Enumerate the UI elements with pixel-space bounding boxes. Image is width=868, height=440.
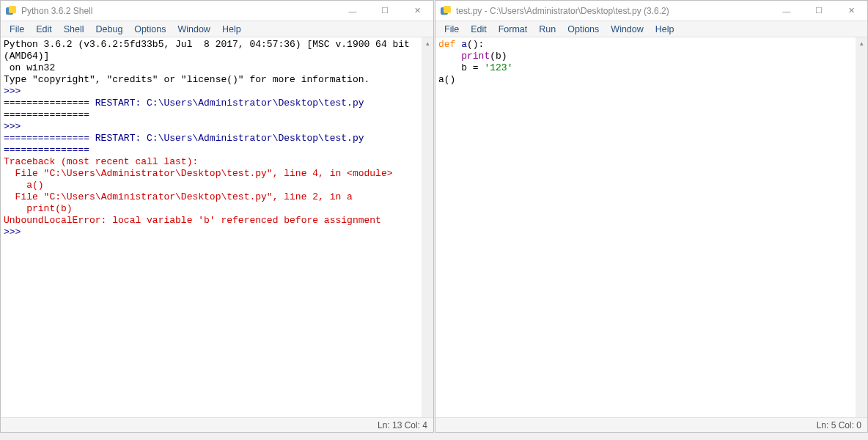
statusbar: Ln: 5 Col: 0 — [435, 417, 867, 432]
cursor-position: Ln: 13 Col: 4 — [378, 420, 427, 430]
scroll-up-icon[interactable]: ▴ — [856, 37, 867, 49]
menu-item-shell[interactable]: Shell — [58, 24, 90, 34]
python-shell-window: Python 3.6.2 Shell — ☐ ✕ FileEditShellDe… — [0, 0, 434, 433]
string-literal: '123' — [484, 62, 512, 73]
window-title: Python 3.6.2 Shell — [21, 6, 336, 16]
shell-line: on win32 — [4, 62, 430, 74]
shell-line: >>> — [4, 121, 430, 133]
menu-item-window[interactable]: Window — [172, 24, 216, 34]
python-icon — [440, 5, 452, 17]
menu-item-window[interactable]: Window — [605, 24, 649, 34]
shell-line: =============== RESTART: C:\Users\Admini… — [4, 133, 430, 156]
close-button[interactable]: ✕ — [401, 1, 433, 21]
shell-line: >>> — [4, 227, 430, 238]
svg-rect-3 — [444, 6, 451, 13]
menu-item-format[interactable]: Format — [493, 24, 534, 34]
function-name: a — [455, 39, 467, 50]
shell-content[interactable]: Python 3.6.2 (v3.6.2:5fd33b5, Jul 8 2017… — [1, 37, 433, 417]
menu-item-edit[interactable]: Edit — [30, 24, 58, 34]
maximize-button[interactable]: ☐ — [803, 1, 835, 21]
menu-item-run[interactable]: Run — [533, 24, 562, 34]
menu-item-help[interactable]: Help — [650, 24, 680, 34]
close-button[interactable]: ✕ — [835, 1, 867, 21]
scroll-up-icon[interactable]: ▴ — [422, 37, 433, 49]
minimize-button[interactable]: — — [770, 1, 803, 21]
shell-line: print(b) — [4, 203, 430, 215]
cursor-position: Ln: 5 Col: 0 — [817, 420, 861, 430]
python-icon — [5, 5, 17, 17]
menu-item-debug[interactable]: Debug — [90, 24, 129, 34]
shell-line: File "C:\Users\Administrator\Desktop\tes… — [4, 168, 430, 180]
minimize-button[interactable]: — — [336, 1, 369, 21]
code-text — [438, 51, 461, 62]
titlebar[interactable]: test.py - C:\Users\Administrator\Desktop… — [435, 1, 867, 21]
maximize-button[interactable]: ☐ — [369, 1, 401, 21]
code-text: (): — [467, 39, 484, 50]
menu-item-file[interactable]: File — [438, 24, 465, 34]
editor-content[interactable]: def a(): print(b) b = '123'a() ▴ — [435, 37, 867, 417]
shell-line: >>> — [4, 86, 430, 98]
menu-item-help[interactable]: Help — [216, 24, 247, 34]
shell-line: UnboundLocalError: local variable 'b' re… — [4, 215, 430, 227]
code-text: a() — [438, 74, 455, 85]
code-text: b = — [438, 62, 484, 73]
shell-line: Traceback (most recent call last): — [4, 156, 430, 168]
titlebar[interactable]: Python 3.6.2 Shell — ☐ ✕ — [1, 1, 433, 21]
shell-line: Type "copyright", "credits" or "license(… — [4, 74, 430, 86]
shell-line: a() — [4, 180, 430, 191]
shell-line: Python 3.6.2 (v3.6.2:5fd33b5, Jul 8 2017… — [4, 39, 430, 62]
menu-item-edit[interactable]: Edit — [465, 24, 493, 34]
window-controls: — ☐ ✕ — [770, 1, 867, 21]
scrollbar-vertical[interactable]: ▴ — [856, 37, 867, 417]
statusbar: Ln: 13 Col: 4 — [1, 417, 433, 432]
editor-window: test.py - C:\Users\Administrator\Desktop… — [435, 0, 868, 433]
shell-line: File "C:\Users\Administrator\Desktop\tes… — [4, 191, 430, 203]
menu-item-file[interactable]: File — [4, 24, 30, 34]
code-text: (b) — [490, 51, 507, 62]
window-controls: — ☐ ✕ — [336, 1, 433, 21]
builtin-print: print — [461, 51, 490, 62]
window-title: test.py - C:\Users\Administrator\Desktop… — [456, 6, 770, 16]
svg-rect-1 — [9, 6, 16, 13]
scrollbar-vertical[interactable]: ▴ — [422, 37, 433, 417]
menubar: FileEditShellDebugOptionsWindowHelp — [1, 21, 433, 37]
menu-item-options[interactable]: Options — [562, 24, 605, 34]
shell-line: =============== RESTART: C:\Users\Admini… — [4, 98, 430, 121]
keyword-def: def — [438, 39, 455, 50]
menubar: FileEditFormatRunOptionsWindowHelp — [435, 21, 867, 37]
menu-item-options[interactable]: Options — [128, 24, 172, 34]
